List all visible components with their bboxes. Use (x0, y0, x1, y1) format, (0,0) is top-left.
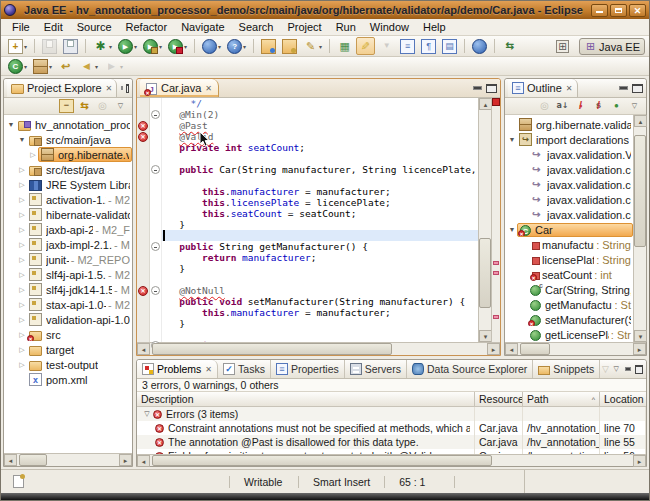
expander-closed-icon[interactable]: ▷ (17, 301, 27, 309)
column-location[interactable]: Location (600, 392, 646, 406)
project-explorer-item[interactable]: ▷test-output (4, 357, 132, 372)
outline-vscrollbar[interactable]: ▴ ▾ (633, 115, 646, 342)
menu-search[interactable]: Search (232, 20, 281, 34)
search-button[interactable]: ▾ (301, 37, 324, 55)
perspective-java-ee-button[interactable]: Java EE (579, 38, 645, 55)
error-marker-icon[interactable] (137, 285, 149, 296)
code-line[interactable] (162, 274, 478, 285)
view-menu-button[interactable] (627, 99, 642, 113)
overview-error-mark[interactable] (493, 315, 499, 319)
editor-maximize-button[interactable] (486, 84, 497, 93)
titlebar[interactable]: Java EE - hv_annotation_processor_demo/s… (1, 1, 649, 19)
menu-run[interactable]: Run (329, 20, 363, 34)
outline-item[interactable]: manufacturer: String (505, 237, 633, 252)
scroll-down-icon[interactable]: ▾ (634, 330, 647, 342)
code-line[interactable]: } (162, 219, 478, 230)
project-explorer-hscrollbar[interactable]: ◂ ▸ (4, 453, 132, 466)
expander-open-icon[interactable]: ▼ (6, 121, 16, 128)
expander-closed-icon[interactable]: ▷ (17, 271, 27, 279)
project-explorer-item[interactable]: ▷org.hibernate.valida (4, 147, 132, 162)
view-menu-button[interactable] (611, 362, 622, 376)
forward-dropdown-icon[interactable]: ▾ (120, 63, 123, 70)
outline-item[interactable]: Car(String, String, int) (505, 282, 633, 297)
menu-navigate[interactable]: Navigate (174, 20, 231, 34)
scroll-right-icon[interactable]: ▸ (633, 455, 646, 467)
code-line[interactable]: */ (162, 98, 478, 109)
search-dropdown-icon[interactable]: ▾ (319, 43, 322, 50)
problems-maximize-button[interactable] (635, 365, 643, 374)
fold-collapse-icon[interactable] (151, 286, 160, 295)
expander-closed-icon[interactable]: ▷ (17, 256, 27, 264)
scroll-thumb[interactable] (479, 238, 491, 308)
project-explorer-item[interactable]: ▷slf4j-jdk14-1.5.6.jar- M (4, 282, 132, 297)
code-line[interactable]: @Past (162, 120, 478, 131)
code-line[interactable] (162, 230, 478, 241)
overview-error-mark[interactable] (493, 261, 499, 265)
outline-item[interactable]: org.hibernate.validator.a (505, 117, 633, 132)
scroll-right-icon[interactable]: ▸ (487, 343, 500, 355)
project-explorer-item[interactable]: pom.xml (4, 372, 132, 387)
code-line[interactable]: return manufacturer; (162, 252, 478, 263)
expander-open-icon[interactable]: ▼ (507, 226, 517, 233)
mark-occurrences-button[interactable] (356, 37, 375, 55)
outline-item[interactable]: javax.validation.constr (505, 192, 633, 207)
code-line[interactable]: this.manufacturer = manufacturer; (162, 307, 478, 318)
expander-closed-icon[interactable]: ▷ (17, 361, 27, 369)
outline-item[interactable]: javax.validation.constr (505, 177, 633, 192)
code-line[interactable]: this.seatCount = seatCount; (162, 208, 478, 219)
debug-button[interactable]: ▾ (91, 37, 114, 55)
web-browser-button[interactable] (470, 37, 489, 55)
fold-collapse-icon[interactable] (151, 165, 160, 174)
new-class-dropdown-icon[interactable]: ▾ (24, 63, 27, 70)
code-line[interactable]: @Min(2) (162, 109, 478, 120)
project-explorer-item[interactable]: ▷stax-api-1.0-2.jar- M2 (4, 297, 132, 312)
error-marker-icon[interactable] (137, 131, 149, 142)
save-button[interactable] (40, 37, 59, 55)
expander-open-icon[interactable]: ▼ (507, 136, 517, 143)
outline-item[interactable]: javax.validation.Valid (505, 147, 633, 162)
filter-button[interactable] (600, 362, 611, 376)
project-explorer-item[interactable]: ▷junit-4.7.jar- M2_REPO (4, 252, 132, 267)
debug-dropdown-icon[interactable]: ▾ (109, 43, 112, 50)
code-line[interactable]: public String getLicensePlate() { (162, 340, 478, 342)
problem-row[interactable]: Constraint annotations must not be speci… (137, 421, 646, 435)
expander-closed-icon[interactable]: ▷ (17, 166, 27, 174)
fold-collapse-icon[interactable] (150, 241, 161, 252)
menu-source[interactable]: Source (70, 20, 119, 34)
view-menu-button[interactable] (113, 99, 128, 113)
column-description[interactable]: Description (137, 392, 475, 406)
fold-collapse-icon[interactable] (150, 109, 161, 120)
project-explorer-item[interactable]: ▷JRE System Library [ja (4, 177, 132, 192)
internet-button[interactable]: ▾ (225, 37, 248, 55)
project-explorer-item[interactable]: ▷slf4j-api-1.5.6.jar- M2 (4, 267, 132, 282)
menu-file[interactable]: File (5, 20, 37, 34)
project-explorer-item[interactable]: ▷src/test/java (4, 162, 132, 177)
menu-help[interactable]: Help (416, 20, 453, 34)
outline-tab[interactable]: Outline ✕ (508, 79, 578, 97)
error-marker-icon[interactable] (138, 132, 148, 142)
menu-edit[interactable]: Edit (37, 20, 70, 34)
editor-annotation-ruler[interactable] (137, 98, 150, 342)
block-selection-button[interactable] (440, 37, 459, 55)
scroll-thumb[interactable] (152, 343, 392, 355)
run-dropdown-icon[interactable]: ▾ (134, 43, 137, 50)
project-explorer-item[interactable]: ▷jaxb-api-2.1.jar- M2_F (4, 222, 132, 237)
error-summary-icon[interactable] (492, 98, 500, 106)
overview-error-mark[interactable] (493, 271, 499, 275)
tab-properties[interactable]: Properties (271, 360, 345, 378)
error-marker-icon[interactable] (137, 120, 149, 131)
project-explorer-item[interactable]: ▼hv_annotation_processo (4, 117, 132, 132)
code-line[interactable]: public String getManufacturer() { (162, 241, 478, 252)
link-with-editor-button[interactable] (77, 99, 92, 113)
scroll-thumb[interactable] (520, 343, 550, 355)
new-package-dropdown-icon[interactable]: ▾ (49, 63, 52, 70)
last-edit-location-button[interactable] (56, 57, 75, 75)
run-last-dropdown-icon[interactable]: ▾ (159, 43, 162, 50)
tab-snippets[interactable]: Snippets (533, 360, 600, 378)
open-artifact-button[interactable] (280, 37, 299, 55)
scroll-left-icon[interactable]: ◂ (505, 343, 518, 355)
expander-closed-icon[interactable]: ▷ (17, 181, 27, 189)
back-dropdown-icon[interactable]: ▾ (95, 63, 98, 70)
menu-window[interactable]: Window (363, 20, 416, 34)
fold-collapse-icon[interactable] (150, 285, 161, 296)
